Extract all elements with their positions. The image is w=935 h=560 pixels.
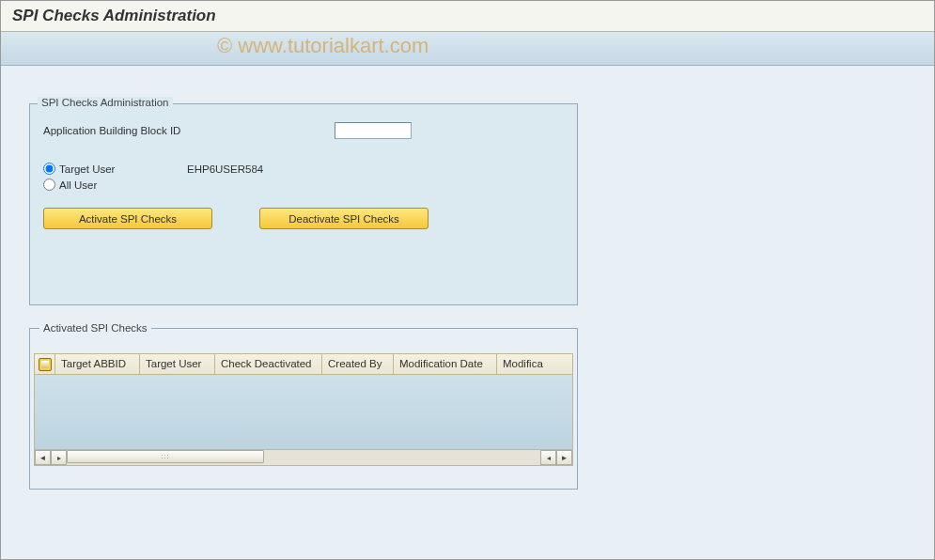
target-user-value: EHP6USER584 bbox=[187, 163, 263, 175]
toolbar-strip bbox=[1, 32, 934, 66]
scroll-track[interactable] bbox=[67, 450, 540, 465]
scroll-step-right-button[interactable]: ◂ bbox=[540, 450, 556, 465]
app-block-row: Application Building Block ID bbox=[43, 121, 564, 140]
col-modification-partial[interactable]: Modifica bbox=[497, 354, 550, 374]
all-user-radio[interactable] bbox=[43, 179, 55, 191]
scroll-left-button[interactable]: ◄ bbox=[35, 450, 51, 465]
col-check-deactivated[interactable]: Check Deactivated bbox=[215, 354, 322, 374]
scroll-right-button[interactable]: ► bbox=[556, 450, 572, 465]
col-target-abbid[interactable]: Target ABBID bbox=[55, 354, 140, 374]
all-user-label: All User bbox=[59, 179, 187, 191]
spi-admin-group-title: SPI Checks Administration bbox=[38, 97, 173, 108]
col-modification-date[interactable]: Modification Date bbox=[394, 354, 497, 374]
spi-admin-group: SPI Checks Administration Application Bu… bbox=[29, 103, 578, 305]
table-header: Target ABBID Target User Check Deactivat… bbox=[34, 353, 573, 375]
deactivate-button[interactable]: Deactivate SPI Checks bbox=[259, 208, 429, 229]
col-target-user[interactable]: Target User bbox=[140, 354, 215, 374]
page-title: SPI Checks Administration bbox=[12, 7, 923, 25]
target-user-radio[interactable] bbox=[43, 163, 55, 175]
content-area: SPI Checks Administration Application Bu… bbox=[1, 66, 934, 560]
select-all-cell[interactable] bbox=[35, 354, 55, 374]
activated-group: Activated SPI Checks Target ABBID Target… bbox=[29, 328, 578, 490]
table-body[interactable] bbox=[34, 375, 573, 449]
scroll-thumb[interactable] bbox=[67, 450, 264, 463]
activate-button[interactable]: Activate SPI Checks bbox=[43, 208, 212, 229]
target-user-row: Target User EHP6USER584 bbox=[43, 163, 564, 175]
title-bar: SPI Checks Administration bbox=[1, 1, 934, 32]
scroll-step-left-button[interactable]: ▸ bbox=[51, 450, 67, 465]
app-block-input[interactable] bbox=[335, 122, 412, 139]
h-scrollbar: ◄ ▸ ◂ ► bbox=[34, 449, 573, 466]
app-block-label: Application Building Block ID bbox=[43, 125, 335, 136]
activated-group-title: Activated SPI Checks bbox=[39, 322, 151, 334]
all-user-row: All User bbox=[43, 179, 564, 191]
table-wrap: Target ABBID Target User Check Deactivat… bbox=[34, 353, 573, 466]
col-created-by[interactable]: Created By bbox=[322, 354, 394, 374]
button-row: Activate SPI Checks Deactivate SPI Check… bbox=[43, 208, 564, 229]
target-user-label: Target User bbox=[59, 163, 187, 175]
select-all-icon bbox=[39, 358, 52, 371]
